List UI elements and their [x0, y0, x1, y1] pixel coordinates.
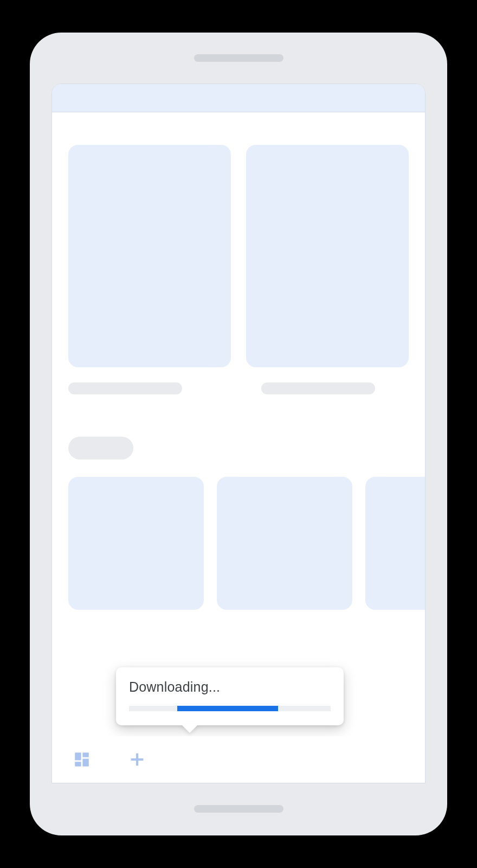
- svg-rect-1: [82, 752, 88, 757]
- svg-rect-2: [82, 759, 88, 767]
- content-card[interactable]: [68, 477, 204, 610]
- svg-rect-3: [75, 762, 81, 767]
- app-screen: Downloading...: [51, 84, 426, 783]
- dashboard-icon[interactable]: [73, 750, 91, 769]
- content-area: Downloading...: [52, 112, 425, 783]
- section-header-placeholder: [68, 437, 133, 459]
- content-card[interactable]: [217, 477, 352, 610]
- bottom-navigation: [52, 736, 425, 783]
- card-label-placeholder: [261, 382, 375, 394]
- add-icon[interactable]: [128, 750, 146, 769]
- content-card[interactable]: [246, 145, 409, 367]
- card-label-row: [52, 367, 425, 394]
- progress-track: [129, 706, 331, 711]
- phone-frame: Downloading...: [30, 33, 447, 835]
- status-bar: [52, 84, 425, 112]
- progress-bar-indeterminate: [177, 706, 278, 711]
- phone-speaker-bottom: [194, 805, 283, 813]
- content-card[interactable]: [68, 145, 231, 367]
- card-label-placeholder: [68, 382, 182, 394]
- svg-rect-0: [75, 752, 81, 760]
- content-card[interactable]: [365, 477, 425, 610]
- featured-card-row: [52, 112, 425, 367]
- small-card-row: [52, 459, 425, 610]
- download-tooltip: Downloading...: [116, 667, 344, 725]
- tooltip-label: Downloading...: [129, 679, 331, 695]
- phone-speaker-top: [194, 54, 283, 62]
